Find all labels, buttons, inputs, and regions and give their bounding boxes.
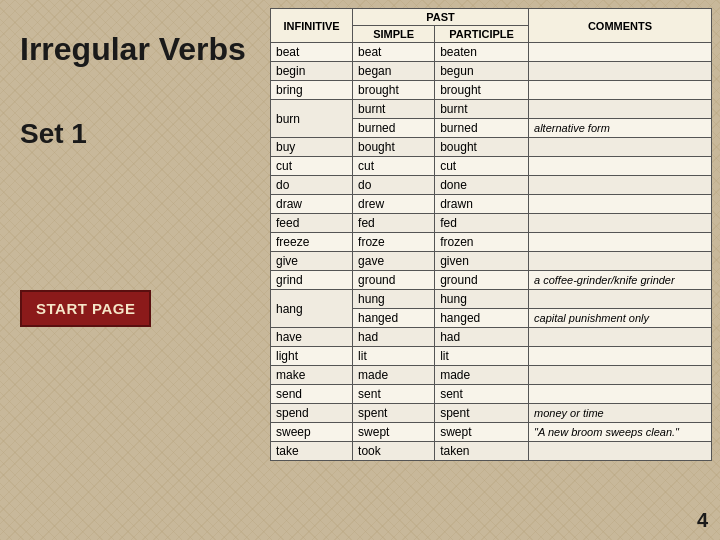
cell-simple: gave [353, 252, 435, 271]
cell-infinitive: beat [271, 43, 353, 62]
cell-simple: had [353, 328, 435, 347]
cell-participle: fed [435, 214, 529, 233]
cell-simple: ground [353, 271, 435, 290]
page-number: 4 [697, 509, 708, 532]
page-title: Irregular Verbs [20, 30, 246, 68]
cell-infinitive: feed [271, 214, 353, 233]
cell-simple: swept [353, 423, 435, 442]
cell-simple: burnt [353, 100, 435, 119]
table-row: lightlitlit [271, 347, 712, 366]
cell-infinitive: begin [271, 62, 353, 81]
cell-participle: had [435, 328, 529, 347]
cell-participle: cut [435, 157, 529, 176]
cell-participle: hung [435, 290, 529, 309]
cell-comments [529, 100, 712, 119]
cell-simple: began [353, 62, 435, 81]
cell-infinitive: buy [271, 138, 353, 157]
table-row: feedfedfed [271, 214, 712, 233]
cell-comments [529, 176, 712, 195]
cell-comments [529, 195, 712, 214]
cell-comments [529, 43, 712, 62]
table-row: dododone [271, 176, 712, 195]
cell-comments [529, 157, 712, 176]
cell-participle: lit [435, 347, 529, 366]
cell-comments [529, 366, 712, 385]
table-row: drawdrewdrawn [271, 195, 712, 214]
cell-infinitive: bring [271, 81, 353, 100]
cell-participle: taken [435, 442, 529, 461]
cell-comments [529, 347, 712, 366]
cell-simple: hung [353, 290, 435, 309]
table-row: hanghunghung [271, 290, 712, 309]
cell-comments [529, 328, 712, 347]
cell-participle: drawn [435, 195, 529, 214]
cell-participle: done [435, 176, 529, 195]
col-header-simple: SIMPLE [353, 26, 435, 43]
cell-simple: brought [353, 81, 435, 100]
table-row: havehadhad [271, 328, 712, 347]
cell-comments [529, 252, 712, 271]
cell-comments: alternative form [529, 119, 712, 138]
cell-comments [529, 385, 712, 404]
col-header-past: PAST [353, 9, 529, 26]
table-row: buyboughtbought [271, 138, 712, 157]
irregular-verbs-table: INFINITIVE PAST COMMENTS SIMPLE PARTICIP… [270, 8, 712, 461]
col-header-infinitive: INFINITIVE [271, 9, 353, 43]
cell-participle: burned [435, 119, 529, 138]
cell-participle: ground [435, 271, 529, 290]
table-row: sweepsweptswept"A new broom sweeps clean… [271, 423, 712, 442]
cell-simple: burned [353, 119, 435, 138]
table-row: burnburntburnt [271, 100, 712, 119]
cell-participle: swept [435, 423, 529, 442]
cell-infinitive: grind [271, 271, 353, 290]
cell-participle: begun [435, 62, 529, 81]
cell-participle: brought [435, 81, 529, 100]
table-row: beginbeganbegun [271, 62, 712, 81]
cell-comments [529, 62, 712, 81]
cell-infinitive: cut [271, 157, 353, 176]
cell-simple: cut [353, 157, 435, 176]
cell-simple: lit [353, 347, 435, 366]
cell-simple: hanged [353, 309, 435, 328]
cell-comments [529, 81, 712, 100]
cell-infinitive: have [271, 328, 353, 347]
cell-participle: made [435, 366, 529, 385]
cell-infinitive: make [271, 366, 353, 385]
table-row: grindgroundgrounda coffee-grinder/knife … [271, 271, 712, 290]
cell-simple: drew [353, 195, 435, 214]
cell-infinitive: give [271, 252, 353, 271]
cell-simple: spent [353, 404, 435, 423]
cell-comments: money or time [529, 404, 712, 423]
cell-comments [529, 233, 712, 252]
col-header-participle: PARTICIPLE [435, 26, 529, 43]
cell-infinitive: spend [271, 404, 353, 423]
col-header-comments: COMMENTS [529, 9, 712, 43]
cell-comments: "A new broom sweeps clean." [529, 423, 712, 442]
table-row: givegavegiven [271, 252, 712, 271]
table-row: freezefrozefrozen [271, 233, 712, 252]
cell-participle: frozen [435, 233, 529, 252]
cell-infinitive: draw [271, 195, 353, 214]
cell-comments: a coffee-grinder/knife grinder [529, 271, 712, 290]
start-page-button[interactable]: START PAGE [20, 290, 151, 327]
cell-participle: beaten [435, 43, 529, 62]
cell-simple: made [353, 366, 435, 385]
cell-comments [529, 442, 712, 461]
table-row: cutcutcut [271, 157, 712, 176]
cell-simple: took [353, 442, 435, 461]
cell-simple: fed [353, 214, 435, 233]
cell-infinitive: take [271, 442, 353, 461]
cell-infinitive: sweep [271, 423, 353, 442]
cell-simple: bought [353, 138, 435, 157]
cell-participle: hanged [435, 309, 529, 328]
cell-comments: capital punishment only [529, 309, 712, 328]
cell-participle: sent [435, 385, 529, 404]
verb-table-container: INFINITIVE PAST COMMENTS SIMPLE PARTICIP… [270, 8, 712, 510]
table-row: sendsentsent [271, 385, 712, 404]
cell-simple: sent [353, 385, 435, 404]
cell-participle: given [435, 252, 529, 271]
cell-comments [529, 138, 712, 157]
cell-simple: beat [353, 43, 435, 62]
cell-participle: bought [435, 138, 529, 157]
table-row: taketooktaken [271, 442, 712, 461]
